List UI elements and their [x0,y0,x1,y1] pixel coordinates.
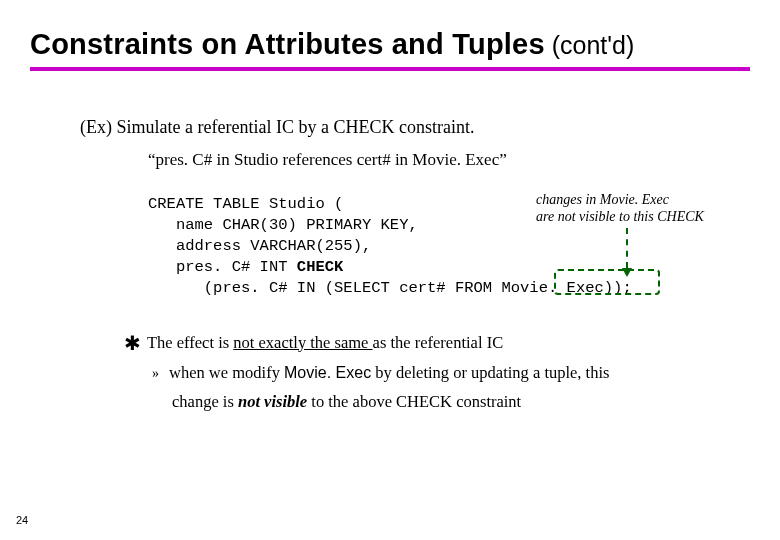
code-l1: CREATE TABLE Studio ( [148,195,343,213]
quote-line: “pres. C# in Studio references cert# in … [148,150,740,170]
title-tail: (cont'd) [545,31,635,59]
example-prefix: (Ex) [80,117,116,137]
code-block: CREATE TABLE Studio ( name CHAR(30) PRIM… [148,194,740,299]
title-main: Constraints on Attributes and Tuples [30,28,545,60]
code-l5a: (pres. C# IN (SELECT cert# FROM [148,279,501,297]
annotation-text: changes in Movie. Exec are not visible t… [536,192,736,226]
slide-title: Constraints on Attributes and Tuples (co… [30,28,750,61]
raquo-icon: » [152,364,159,384]
annot-l1: changes in Movie. Exec [536,192,669,207]
note-p1c: as the referential IC [373,333,504,352]
example-text: Simulate a referential IC by a CHECK con… [116,117,474,137]
highlight-box [554,269,660,295]
slide-body: (Ex) Simulate a referential IC by a CHEC… [30,71,750,414]
note-p3b: not visible [238,392,307,411]
note-line-1: ✱ The effect is not exactly the same as … [124,331,740,355]
code-l4a: pres. C# INT [148,258,297,276]
note-p3a: change is [172,392,238,411]
note-p2c: by deleting or updating a tuple, this [371,363,609,382]
note-p2b: Movie. Exec [284,364,371,381]
page-number: 24 [16,514,28,526]
note-p1a: The effect is [147,333,233,352]
annot-l2: are not visible to this CHECK [536,209,704,224]
note-line-3: change is not visible to the above CHECK… [172,390,740,414]
code-l3: address VARCHAR(255), [148,237,371,255]
note-p2a: when we modify [169,363,284,382]
note-p1b: not exactly the same [233,333,372,352]
code-l2: name CHAR(30) PRIMARY KEY, [148,216,418,234]
note-line-2: » when we modify Movie. Exec by deleting… [152,361,740,385]
note-block: ✱ The effect is not exactly the same as … [124,331,740,415]
code-l4b-check: CHECK [297,258,344,276]
asterisk-icon: ✱ [124,333,141,353]
example-line: (Ex) Simulate a referential IC by a CHEC… [80,117,740,138]
note-p3c: to the above CHECK constraint [307,392,521,411]
